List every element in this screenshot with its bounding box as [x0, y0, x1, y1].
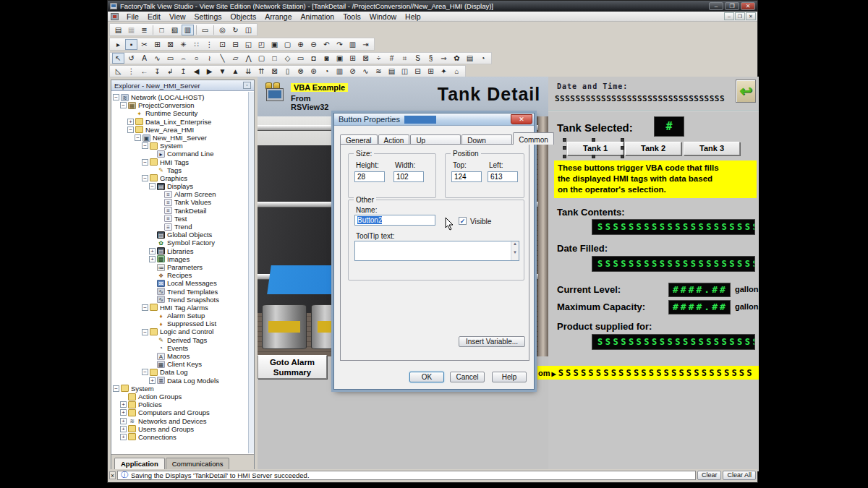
tree-item-client-keys[interactable]: ▦Client Keys [111, 360, 248, 368]
zoom-out-button[interactable]: ⊖ [307, 39, 320, 50]
component-explorer-button[interactable]: ▥ [182, 25, 194, 35]
tree-item-macros[interactable]: AMacros [111, 352, 248, 360]
nudge-up-button[interactable]: ▲ [229, 66, 242, 77]
dialog-tab-common[interactable]: Common [513, 132, 554, 145]
label-button[interactable]: ▤ [464, 53, 476, 64]
tree-item-derived-tags[interactable]: ✎Derived Tags [111, 336, 248, 344]
menu-animation[interactable]: Animation [297, 12, 339, 21]
numeric-input-button[interactable]: ⌗ [399, 53, 411, 64]
piloted-list-button[interactable]: ⊟ [412, 66, 424, 77]
tree-toggle-minus[interactable]: − [120, 102, 127, 108]
mdi-close-button[interactable]: ✕ [746, 12, 756, 20]
dialog-tab-general[interactable]: General [340, 134, 378, 145]
explorer-scrollbar[interactable] [248, 92, 254, 453]
interlocked-button-button[interactable]: ⊠ [359, 53, 372, 64]
refresh-button[interactable]: ↻ [229, 25, 242, 35]
gauge-button[interactable]: ◔ [477, 53, 489, 64]
string-input-button[interactable]: § [425, 53, 437, 64]
height-field[interactable] [354, 171, 385, 182]
tree-toggle-plus[interactable]: + [120, 409, 127, 416]
paste-button[interactable]: ⊠ [164, 39, 176, 50]
export-button[interactable]: ⇥ [359, 39, 372, 50]
tree-toggle-plus[interactable]: + [149, 248, 156, 254]
tree-item-projectconversion[interactable]: −▦ProjectConversion [111, 101, 248, 109]
redo-button[interactable]: ↷ [333, 39, 346, 50]
tree-item-images[interactable]: +▩Images [111, 255, 248, 263]
ungroup-button[interactable]: ▢ [281, 39, 294, 50]
tree-item-displays[interactable]: −▤Displays [111, 182, 248, 190]
object-explorer-button[interactable]: ✳ [177, 39, 190, 50]
freehand-button[interactable]: ∿ [151, 53, 163, 64]
tree-toggle-plus[interactable]: + [127, 119, 134, 125]
tree-item-recipes[interactable]: ❖Recipes [111, 271, 248, 279]
tooltip-scrollbar[interactable]: ▲▼ [511, 241, 519, 260]
tree-item-graphics[interactable]: −Graphics [111, 174, 248, 182]
dialog-title-bar[interactable]: Button Properties ✕ [334, 114, 534, 126]
menu-objects[interactable]: Objects [226, 12, 261, 21]
numeric-display-button[interactable]: # [386, 53, 398, 64]
selection-handle[interactable] [592, 155, 595, 158]
snap-to-grid-button[interactable]: ⊟ [229, 39, 242, 50]
tree-item-global-objects[interactable]: ▤Global Objects [111, 231, 248, 239]
ok-button[interactable]: OK [409, 372, 444, 382]
recipe-button[interactable]: ▥ [333, 66, 346, 77]
tree-toggle-minus[interactable]: − [142, 159, 148, 166]
clear-button[interactable]: Clear [697, 471, 722, 480]
tree-toggle-plus[interactable]: + [149, 256, 156, 262]
tree-item-hmi-tag-alarms[interactable]: −HMI Tag Alarms [111, 304, 248, 312]
more-tools-button[interactable]: ⋮ [125, 66, 137, 77]
ellipse-button[interactable]: ○ [190, 53, 203, 64]
restore-button[interactable]: ❐ [725, 2, 739, 10]
time-date-display-button[interactable]: ◔ [320, 66, 333, 77]
tree-item-tank-values[interactable]: ≡Tank Values [111, 198, 248, 206]
tree-item-network-localhost[interactable]: −≋Network (LOCALHOST) [111, 93, 248, 101]
selection-handle[interactable] [621, 146, 624, 150]
new-file-button[interactable]: □ [156, 25, 168, 35]
width-field[interactable] [393, 171, 424, 182]
arrow-left-button[interactable]: ← [138, 66, 150, 77]
tree-item-local-messages[interactable]: ✉Local Messages [111, 279, 248, 287]
string-display-button[interactable]: S [412, 53, 424, 64]
tree-item-new-hmi-server[interactable]: −▣New_HMI_Server [111, 134, 248, 142]
nudge-left-button[interactable]: ◀ [190, 66, 203, 77]
copy-button[interactable]: ⊞ [151, 39, 163, 50]
arrow-return-button[interactable]: ↲ [164, 66, 176, 77]
tree-item-symbol-factory[interactable]: ✿Symbol Factory [111, 239, 248, 247]
arrow-down-bar-button[interactable]: ↧ [151, 66, 163, 77]
selection-handle[interactable] [563, 138, 566, 142]
goto-alarm-summary-button[interactable]: Goto Alarm Summary [258, 355, 327, 379]
arc-button[interactable]: ⌢ [177, 53, 190, 64]
polyline-button[interactable]: ⋀ [242, 53, 255, 64]
menu-edit[interactable]: Edit [143, 12, 165, 21]
show-grid-button[interactable]: ⊡ [216, 39, 229, 50]
tree-item-suppressed-list[interactable]: ♦Suppressed List [111, 320, 248, 328]
tree-item-alarm-screen[interactable]: ≡Alarm Screen [111, 190, 248, 198]
multistate-button-button[interactable]: ⊞ [346, 53, 359, 64]
dialog-tab-down-appearance[interactable]: Down Appearance [461, 134, 512, 145]
tree-toggle-minus[interactable]: − [142, 369, 148, 375]
tree-toggle-minus[interactable]: − [149, 183, 156, 189]
tree-toggle-plus[interactable]: + [120, 426, 127, 432]
tree-toggle-minus[interactable]: − [127, 127, 134, 133]
dialog-tab-up-appearance[interactable]: Up Appearance [410, 134, 461, 145]
diagnostics-list-button[interactable]: ✦ [438, 66, 450, 77]
tree-item-data-log-models[interactable]: +≣Data Log Models [111, 377, 248, 385]
explorer-pin-button[interactable]: ▫ [243, 82, 251, 89]
rounded-rectangle-button[interactable]: ▢ [255, 53, 268, 64]
find-button[interactable]: ◎ [216, 25, 229, 35]
tank-2-button[interactable]: Tank 2 [625, 142, 681, 155]
momentary-button-button[interactable]: ◘ [307, 53, 320, 64]
alarm-summary-button[interactable]: ⊗ [294, 66, 307, 77]
selection-handle[interactable] [563, 146, 566, 150]
tree-item-trend-templates[interactable]: ∿Trend Templates [111, 288, 248, 296]
mdi-minimize-button[interactable]: – [724, 12, 734, 20]
wedge-button[interactable]: ◇ [281, 53, 294, 64]
menu-help[interactable]: Help [401, 12, 425, 21]
image-button[interactable]: ≋ [373, 66, 385, 77]
tree-item-hmi-tags[interactable]: −HMI Tags [111, 158, 248, 166]
arrow-up-bar-button[interactable]: ↥ [177, 66, 190, 77]
tree-item-libraries[interactable]: +▤Libraries [111, 247, 248, 255]
tree-toggle-minus[interactable]: − [113, 385, 119, 392]
tree-item-connections[interactable]: +Connections [111, 433, 248, 441]
group-button[interactable]: ▣ [268, 39, 281, 50]
